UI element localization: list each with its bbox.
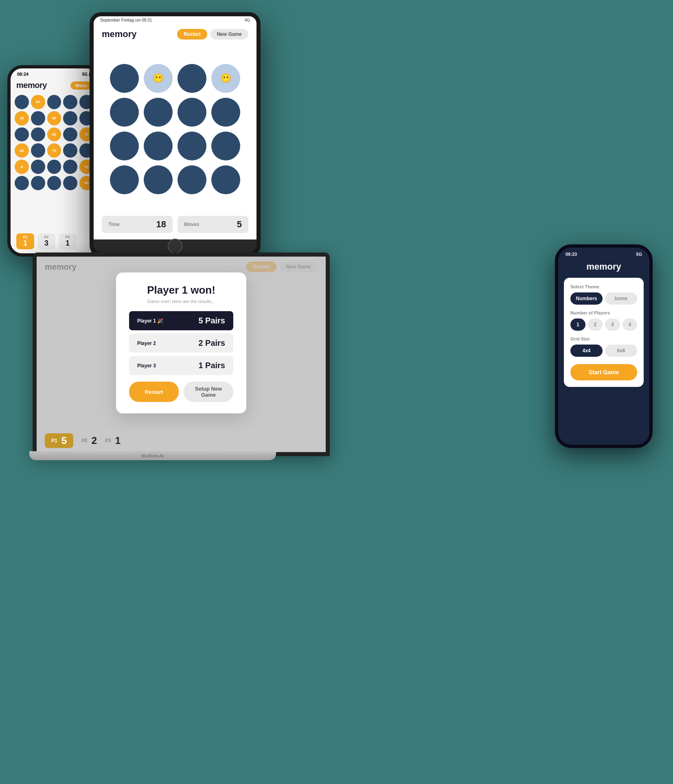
macbook: memory Restart New Game Player 1 won! Ga… [33,253,330,456]
macbook-score-p1: P1 5 [45,433,73,448]
macbook-screen: memory Restart New Game Player 1 won! Ga… [37,257,326,452]
score-p1: P1 1 [16,233,34,249]
result-player-3: Player 3 [137,363,156,369]
ipad-grid-cell[interactable] [211,165,240,194]
ipad-new-game-button[interactable]: New Game [210,29,248,40]
stat-time-value: 18 [156,219,166,230]
players-toggle-group: 1 2 3 4 [570,318,637,331]
mask-icon: 😶 [220,73,231,83]
grid-cell[interactable] [47,176,61,190]
ipad-grid-cell[interactable]: 😶 [144,64,173,93]
score-value-p2: 3 [44,239,48,248]
ipad-grid-cell[interactable] [110,165,139,194]
grid-cell[interactable] [31,143,45,158]
stat-moves-value: 5 [237,219,242,230]
ipad-grid-cell[interactable] [144,98,173,127]
ipad-grid-cell[interactable] [211,98,240,127]
ipad: September Freitag um 08:31 4G memory Res… [90,12,261,257]
grid-section: Grid Size 4x4 6x6 [570,336,637,357]
grid-cell[interactable]: 63 [31,95,45,109]
grid-cell[interactable]: 43 [15,143,29,158]
ipad-inner: memory Restart New Game 😶 😶 [94,24,256,239]
ipad-grid-cell[interactable] [110,98,139,127]
result-pairs-1: 5 Pairs [198,316,225,325]
macbook-base: MacBook Air [29,451,276,460]
grid-cell[interactable] [63,176,77,190]
iphone-left-logo: memory [16,81,47,90]
iphone-left-status: 08:24 5G ▮ [11,68,98,78]
grid-cell[interactable] [63,95,77,109]
result-row-winner: Player 1 🎉 5 Pairs [129,311,233,330]
grid-cell[interactable] [31,127,45,142]
ipad-status-text: September Freitag um 08:31 [100,18,152,22]
ipad-status-bar: September Freitag um 08:31 4G [94,16,256,24]
macbook-base-label: MacBook Air [141,454,164,458]
players-3-button[interactable]: 3 [605,318,620,331]
macbook-score-label-p2: P2 [81,438,88,444]
iphone-right-signal: 5G [636,252,642,257]
ipad-btn-group: Restart New Game [177,29,248,40]
modal-actions: Restart Setup New Game [129,382,233,402]
grid-cell[interactable]: 90 [47,111,61,125]
ipad-grid-cell[interactable] [144,165,173,194]
modal-setup-button[interactable]: Setup New Game [184,382,233,402]
score-label-p2: P2 [44,235,48,239]
iphone-left-time: 08:24 [17,72,28,77]
grid-cell[interactable] [31,176,45,190]
macbook-score-value-p3: 1 [115,435,121,446]
ipad-header: memory Restart New Game [102,29,248,40]
menu-button[interactable]: Menu [70,81,92,90]
grid-cell[interactable]: 43 [15,111,29,125]
grid-cell[interactable]: 63 [47,127,61,142]
modal-subtitle: Game over! Here are the results... [129,299,233,304]
grid-cell[interactable] [63,160,77,174]
players-4-button[interactable]: 4 [623,318,638,331]
macbook-score-label-p3: P3 [105,438,111,444]
macbook-score-p2: P2 2 [81,435,97,446]
grid-cell[interactable] [63,127,77,142]
grid-cell[interactable] [15,176,29,190]
grid-cell[interactable] [47,160,61,174]
players-2-button[interactable]: 2 [588,318,603,331]
home-button[interactable] [168,239,182,253]
ipad-logo: memory [102,29,137,40]
theme-numbers-button[interactable]: Numbers [570,292,603,305]
ipad-grid-cell[interactable] [211,132,240,160]
grid-cell[interactable]: 70 [47,143,61,158]
result-player-1: Player 1 🎉 [137,318,163,324]
start-game-button[interactable]: Start Game [570,364,637,380]
ipad-stats: Time 18 Moves 5 [102,212,248,235]
ipad-restart-button[interactable]: Restart [177,29,207,40]
mask-icon: 😶 [153,73,164,83]
score-label-p3: P3 [65,235,70,239]
grid-cell[interactable] [31,111,45,125]
grid-cell[interactable] [63,111,77,125]
grid-cell[interactable] [15,95,29,109]
grid-6x6-button[interactable]: 6x6 [605,345,637,357]
ipad-grid-cell[interactable] [110,132,139,160]
grid-label: Grid Size [570,336,637,341]
ipad-grid-cell[interactable] [178,98,206,127]
ipad-grid-cell[interactable] [110,64,139,93]
score-value-p1: 1 [23,239,27,248]
ipad-grid-cell[interactable] [178,132,206,160]
macbook-score-label-p1: P1 [51,438,57,444]
ipad-grid-cell[interactable] [144,132,173,160]
grid-cell[interactable] [47,95,61,109]
ipad-home-indicator [94,239,256,253]
grid-cell[interactable] [15,127,29,142]
grid-cell[interactable] [63,143,77,158]
ipad-grid-cell[interactable] [178,64,206,93]
grid-cell[interactable]: 9 [15,160,29,174]
iphone-left: 08:24 5G ▮ memory Menu 63 43 90 63 9 [7,65,101,257]
modal-restart-button[interactable]: Restart [129,382,179,402]
modal-title: Player 1 won! [129,284,233,296]
ipad-grid-cell[interactable] [178,165,206,194]
score-p2: P2 3 [37,233,55,249]
players-1-button[interactable]: 1 [570,318,585,331]
iphone-left-grid: 63 43 90 63 9 43 70 9 70 [11,93,98,230]
grid-4x4-button[interactable]: 4x4 [570,345,603,357]
theme-icons-button[interactable]: Icons [605,292,637,305]
ipad-grid-cell[interactable]: 😶 [211,64,240,93]
grid-cell[interactable] [31,160,45,174]
